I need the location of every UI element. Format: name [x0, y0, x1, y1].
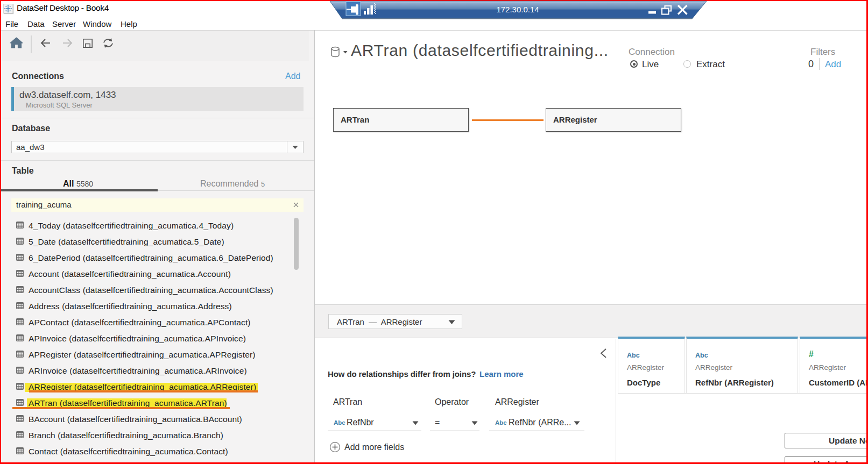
svg-text:172.30.0.14: 172.30.0.14 — [496, 5, 539, 14]
